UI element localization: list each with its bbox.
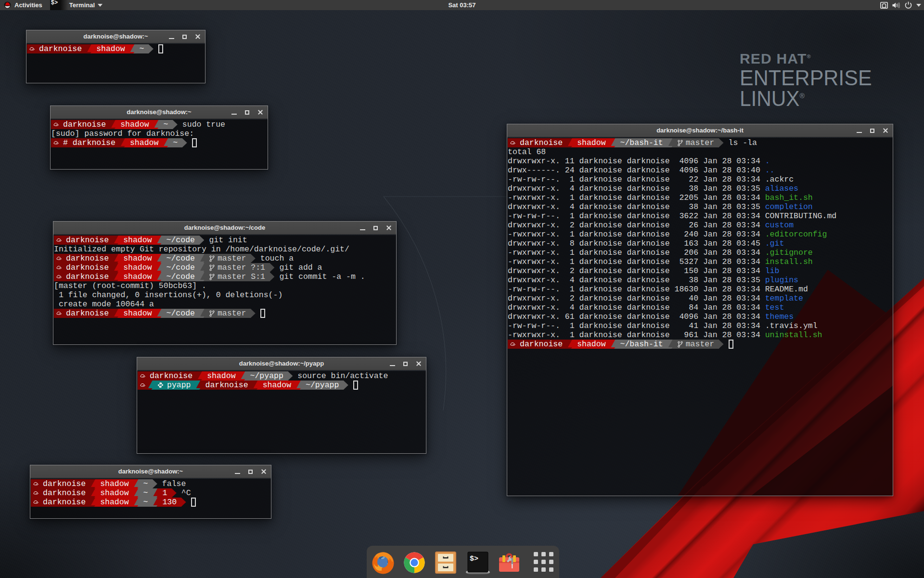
svg-text:$>: $>: [470, 555, 478, 563]
